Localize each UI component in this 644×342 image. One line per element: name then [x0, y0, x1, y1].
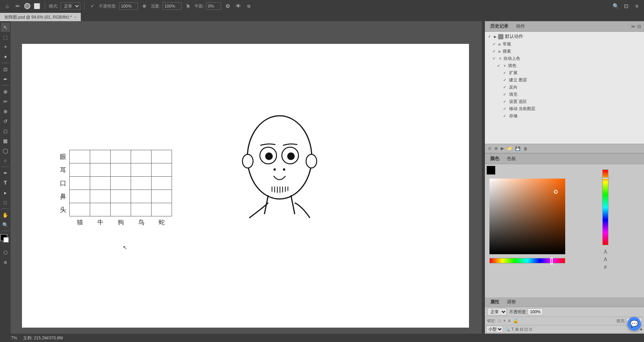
adjustments-tab[interactable]: 调整 [505, 298, 518, 306]
eye-icon[interactable]: 👁 [234, 2, 242, 10]
flat-input[interactable] [206, 2, 221, 10]
lock-pos-btn[interactable]: + [503, 318, 506, 323]
magic-wand-tool[interactable]: ✦ [1, 52, 10, 61]
foreground-color-indicator[interactable] [486, 166, 496, 175]
settings-icon[interactable]: ⚙ [224, 2, 232, 10]
brush-tool[interactable]: ✏ [1, 97, 10, 106]
history-tab[interactable]: 历史记录 [488, 22, 511, 30]
clone-tool[interactable]: ⊗ [1, 107, 10, 116]
search-icon[interactable]: 🔍 [611, 2, 620, 10]
active-file-tab[interactable]: 矩阵图.psd @ 94.6% (01, RGB/8#) * × [0, 13, 81, 21]
home-icon[interactable]: ⌂ [3, 2, 11, 10]
window-icon[interactable]: ⊡ [622, 2, 630, 10]
history-item-1[interactable]: ✓ ▶ 搜索 [485, 48, 644, 55]
lasso-tool[interactable]: ⌖ [1, 42, 10, 51]
layer-filter-dropdown[interactable]: 小型 [486, 326, 503, 333]
shape-tool[interactable]: □ [1, 198, 10, 207]
grid-cell [90, 203, 111, 216]
gradient-tool[interactable]: ▦ [1, 136, 10, 145]
pressure-icon[interactable]: ⊕ [140, 2, 148, 10]
history-header: 历史记录 动作 ≫ ⊟ [485, 21, 644, 32]
extra-icon[interactable]: ⧉ [245, 2, 253, 10]
lock-all-btn[interactable]: 🔒 [513, 318, 519, 323]
vertical-hue-bar[interactable] [602, 169, 608, 245]
color-picker-handle[interactable] [554, 190, 558, 194]
lock-check-btn[interactable]: □ [498, 318, 501, 323]
color-tab[interactable]: 颜色 [488, 155, 502, 163]
eyedropper-tool[interactable]: ✒ [1, 75, 10, 84]
history-item-4[interactable]: ✓ 扩展 [485, 69, 644, 76]
history-item-3[interactable]: ✓ ▼ 填色 [485, 62, 644, 69]
new-snapshot-btn[interactable]: ⊕ [494, 146, 498, 151]
properties-tab[interactable]: 属性 [488, 298, 502, 306]
quick-mask-btn[interactable]: ⬡ [1, 248, 10, 257]
layers-fill-bar: 锁定: □ + ≡ 🔒 填充: [485, 317, 644, 325]
history-expand-btn[interactable]: ≫ [631, 24, 636, 29]
brush-type-icon[interactable]: ⬜ [33, 2, 41, 10]
filter-toggle[interactable]: ● [640, 327, 642, 331]
blur-tool[interactable]: ◯ [1, 146, 10, 155]
history-item-10[interactable]: ✓ 存储 [485, 112, 644, 120]
crop-tool[interactable]: ⊡ [1, 65, 10, 74]
snapshot-btn[interactable]: ⊙ [488, 146, 491, 151]
hue-slider[interactable] [489, 258, 565, 263]
chat-button[interactable]: 💬 [627, 317, 641, 331]
history-save-btn[interactable]: 💾 [515, 146, 521, 151]
swatches-tab[interactable]: 色板 [505, 155, 518, 163]
color-btn-A2[interactable]: A [603, 256, 607, 263]
path-tool[interactable]: ▸ [1, 188, 10, 197]
history-item-8[interactable]: ✓ 设置 选区 [485, 98, 644, 105]
layers-blend-bar: 正常 不透明度: [485, 307, 644, 317]
history-item-2[interactable]: ✓ ▼ 自动上色 [485, 55, 644, 62]
eraser-tool[interactable]: ◻ [1, 126, 10, 135]
actions-tab[interactable]: 动作 [514, 22, 527, 30]
flow-input[interactable] [163, 2, 181, 10]
dodge-tool[interactable]: ○ [1, 156, 10, 165]
svg-point-2 [265, 152, 273, 160]
checkmark-icon[interactable]: ✓ [88, 2, 97, 10]
brush-settings-icon[interactable] [24, 3, 30, 9]
row-label-1: 耳 [60, 163, 66, 177]
marquee-tool[interactable]: ⬚ [1, 33, 10, 42]
brush-tool-icon[interactable]: ✏ [14, 2, 22, 10]
history-item-5[interactable]: ✓ 建立 图层 [485, 76, 644, 84]
history-item-0[interactable]: ✓ ▶ 常规 [485, 40, 644, 48]
opacity-input[interactable] [119, 2, 138, 10]
history-delete-btn[interactable]: 🗑 [524, 146, 528, 151]
type-tool[interactable]: T [1, 178, 10, 187]
color-panel-right: A A # [568, 166, 642, 272]
healing-tool[interactable]: ⊕ [1, 87, 10, 96]
screen-mode-btn[interactable]: ⊞ [1, 258, 10, 267]
history-item-7[interactable]: ✓ 填充 [485, 91, 644, 98]
history-group-default-header[interactable]: ✓ ▶ 默认动作 [485, 33, 644, 40]
color-btn-A[interactable]: A [603, 249, 607, 255]
hue-slider-handle[interactable] [550, 258, 553, 264]
more-icon[interactable]: ≡ [633, 2, 641, 10]
lock-draw-btn[interactable]: ≡ [508, 318, 511, 323]
history-item-label: 设置 选区 [509, 99, 527, 104]
history-close-btn[interactable]: ⊟ [637, 24, 641, 29]
close-tab-icon[interactable]: × [74, 15, 76, 19]
check-icon: ✓ [503, 78, 508, 82]
history-play-btn[interactable]: ▶ [501, 146, 504, 151]
background-color-swatch[interactable] [3, 237, 9, 243]
opacity-value-input[interactable] [528, 308, 543, 315]
history-folder-btn[interactable]: 📁 [507, 146, 512, 151]
search-icon[interactable]: 🔍 [505, 327, 510, 332]
history-group-default: ✓ ▶ 默认动作 ✓ ▶ 常规 ✓ ▶ 搜索 ✓ ▼ [485, 32, 644, 120]
status-bar: 94.77% 文档: 215.2M/370.8M [0, 334, 644, 342]
expand-arrow-icon: ▶ [494, 35, 497, 39]
pen-tool[interactable]: ✒ [1, 168, 10, 177]
color-gradient-picker[interactable] [489, 179, 565, 254]
mode-dropdown[interactable]: 正常 [61, 2, 80, 10]
airbrush-icon[interactable]: 🖱 [184, 2, 192, 10]
history-brush-tool[interactable]: ↺ [1, 117, 10, 126]
hand-tool[interactable]: ✋ [1, 210, 10, 219]
zoom-tool[interactable]: 🔍 [1, 220, 10, 229]
grid-cell [90, 163, 111, 177]
history-item-9[interactable]: ✓ 移动 当前图层 [485, 105, 644, 112]
move-tool[interactable]: ↖ [1, 23, 10, 32]
color-btn-hash[interactable]: # [604, 264, 607, 270]
history-item-6[interactable]: ✓ 反向 [485, 84, 644, 91]
blend-mode-dropdown[interactable]: 正常 [487, 308, 507, 316]
